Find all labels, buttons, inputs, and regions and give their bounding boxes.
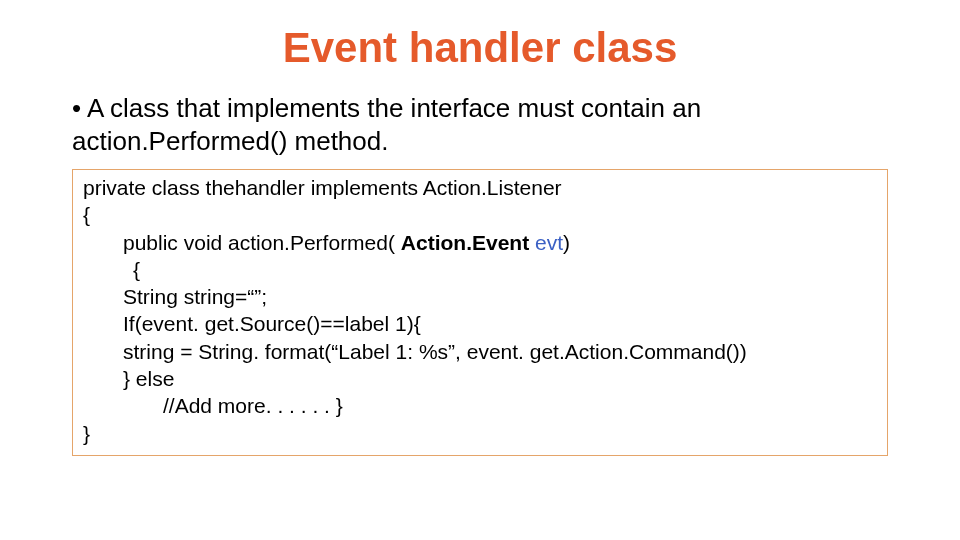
bullet-marker: •: [72, 93, 81, 123]
code-line: If(event. get.Source()==label 1){: [83, 310, 877, 337]
code-line: } else: [83, 365, 877, 392]
code-line: string = String. format(“Label 1: %s”, e…: [83, 338, 877, 365]
code-line: {: [83, 256, 877, 283]
bullet-text: A class that implements the interface mu…: [72, 93, 701, 156]
code-block: private class thehandler implements Acti…: [72, 169, 888, 456]
slide-title: Event handler class: [0, 0, 960, 92]
code-line: public void action.Performed( Action.Eve…: [83, 229, 877, 256]
bullet-item: • A class that implements the interface …: [0, 92, 960, 157]
code-line: //Add more. . . . . . }: [83, 392, 877, 419]
code-line: String string=“”;: [83, 283, 877, 310]
code-var: evt: [535, 231, 563, 254]
code-line: private class thehandler implements Acti…: [83, 174, 877, 201]
code-line: }: [83, 420, 877, 447]
code-line: {: [83, 201, 877, 228]
code-text: public void action.Performed(: [123, 231, 401, 254]
code-text: ): [563, 231, 570, 254]
code-type: Action.Event: [401, 231, 529, 254]
